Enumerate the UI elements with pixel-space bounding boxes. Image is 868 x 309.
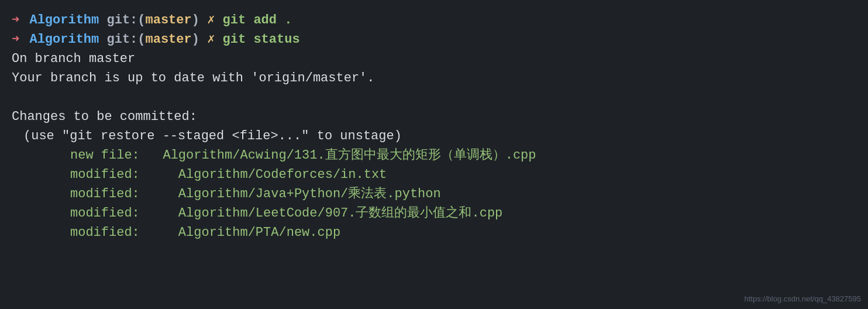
on-branch-text: On branch master (12, 49, 135, 68)
status-line-2: Your branch is up to date with 'origin/m… (12, 68, 856, 88)
new-file-path: Algorithm/Acwing/131.直方图中最大的矩形（单调栈）.cpp (140, 146, 536, 165)
watermark: https://blog.csdn.net/qq_43827595 (745, 293, 862, 305)
file-entry-1: new file: Algorithm/Acwing/131.直方图中最大的矩形… (12, 146, 856, 165)
cmd-1: git add . (223, 11, 292, 30)
restore-hint: (use "git restore --staged <file>..." to… (12, 126, 856, 146)
changes-text: Changes to be committed: (12, 107, 197, 126)
modified-path-2: Algorithm/Java+Python/乘法表.python (140, 184, 441, 204)
file-entry-5: modified: Algorithm/PTA/new.cpp (12, 223, 856, 242)
modified-label-2: modified: (70, 184, 140, 204)
changes-header: Changes to be committed: (12, 107, 856, 126)
command-line-1: ➜ Algorithm git:( master ) ✗ git add . (12, 11, 856, 30)
modified-path-1: Algorithm/Codeforces/in.txt (140, 165, 387, 184)
branch-1: master (146, 11, 192, 30)
x-icon-2: ✗ (207, 30, 215, 49)
dir-2: Algorithm (29, 30, 99, 49)
git-label-1: git:( (99, 11, 145, 30)
terminal: ➜ Algorithm git:( master ) ✗ git add . ➜… (0, 0, 868, 309)
arrow-icon-1: ➜ (12, 11, 19, 30)
status-line-1: On branch master (12, 49, 856, 68)
up-to-date-text: Your branch is up to date with 'origin/m… (12, 68, 375, 88)
git-close-2: ) (192, 30, 199, 49)
file-entry-4: modified: Algorithm/LeetCode/907.子数组的最小值… (12, 204, 856, 223)
branch-2: master (146, 30, 192, 49)
file-entry-2: modified: Algorithm/Codeforces/in.txt (12, 165, 856, 184)
restore-text: (use "git restore --staged <file>..." to… (23, 126, 402, 146)
dir-1: Algorithm (29, 11, 99, 30)
blank-line (12, 88, 856, 107)
git-close-1: ) (192, 11, 199, 30)
new-file-label: new file: (70, 146, 140, 165)
file-entry-3: modified: Algorithm/Java+Python/乘法表.pyth… (12, 184, 856, 204)
cmd-2: git status (223, 30, 300, 49)
x-icon-1: ✗ (207, 11, 215, 30)
modified-path-3: Algorithm/LeetCode/907.子数组的最小值之和.cpp (140, 204, 502, 223)
modified-path-4: Algorithm/PTA/new.cpp (140, 223, 340, 242)
modified-label-3: modified: (70, 204, 140, 223)
modified-label-1: modified: (70, 165, 140, 184)
modified-label-4: modified: (70, 223, 140, 242)
arrow-icon-2: ➜ (12, 30, 19, 49)
git-label-2: git:( (99, 30, 145, 49)
command-line-2: ➜ Algorithm git:( master ) ✗ git status (12, 30, 856, 49)
